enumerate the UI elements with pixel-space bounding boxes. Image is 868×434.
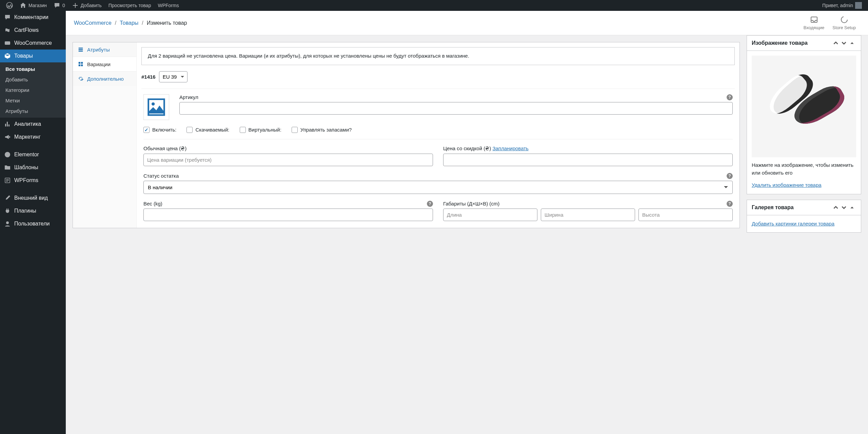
dimensions-label: Габариты (Д×Ш×В) (cm) <box>443 201 733 206</box>
submenu-attributes[interactable]: Атрибуты <box>0 106 66 116</box>
virtual-checkbox[interactable] <box>240 127 246 133</box>
variations-panel: Для 2 вариаций не установлена цена. Вари… <box>137 42 739 228</box>
variation-image-upload[interactable] <box>143 94 169 120</box>
weight-input[interactable] <box>143 209 433 221</box>
tab-advanced[interactable]: Дополнительно <box>73 72 136 86</box>
help-icon[interactable]: ? <box>727 201 733 207</box>
elementor-icon <box>4 151 11 158</box>
help-icon[interactable]: ? <box>727 173 733 179</box>
box-icon <box>4 53 11 59</box>
store-setup-button[interactable]: Store Setup <box>828 16 860 30</box>
menu-cartflows[interactable]: CartFlows <box>0 24 66 37</box>
schedule-link[interactable]: Запланировать <box>492 145 528 151</box>
breadcrumb-products[interactable]: Товары <box>120 20 138 26</box>
site-name: Магазин <box>28 3 47 8</box>
submenu-tags[interactable]: Метки <box>0 95 66 106</box>
move-up-button[interactable] <box>832 39 840 47</box>
virtual-checkbox-label[interactable]: Виртуальный: <box>240 127 281 133</box>
sale-price-input[interactable] <box>443 154 733 166</box>
brush-icon <box>4 195 11 201</box>
manage-stock-checkbox-label[interactable]: Управлять запасами? <box>292 127 352 133</box>
avatar <box>855 2 862 9</box>
manage-stock-checkbox[interactable] <box>292 127 298 133</box>
gallery-title: Галерея товара <box>752 204 832 211</box>
menu-analytics[interactable]: Аналитика <box>0 118 66 131</box>
caret-up-icon <box>850 205 854 210</box>
products-submenu: Все товары Добавить Категории Метки Атри… <box>0 62 66 118</box>
menu-plugins[interactable]: Плагины <box>0 204 66 217</box>
folder-icon <box>4 164 11 171</box>
inbox-button[interactable]: Входящие <box>800 16 829 30</box>
comments-link[interactable]: 0 <box>50 0 68 11</box>
comments-count: 0 <box>62 3 65 8</box>
svg-point-8 <box>152 102 155 105</box>
variation-header[interactable]: #1416 EU 39 <box>141 71 735 82</box>
breadcrumb: WooCommerce / Товары / Изменить товар <box>74 20 187 26</box>
help-icon[interactable]: ? <box>727 94 733 100</box>
add-new-link[interactable]: Добавить <box>68 0 105 11</box>
view-product-link[interactable]: Просмотреть товар <box>105 0 155 11</box>
remove-image-link[interactable]: Удалить изображение товара <box>752 182 822 188</box>
submenu-categories[interactable]: Категории <box>0 85 66 95</box>
breadcrumb-current: Изменить товар <box>147 20 187 26</box>
toggle-button[interactable] <box>848 203 856 212</box>
enable-checkbox[interactable] <box>143 127 150 133</box>
user-greeting[interactable]: Привет, admin <box>819 0 865 11</box>
menu-wpforms[interactable]: WPForms <box>0 174 66 187</box>
comment-icon <box>54 2 60 9</box>
stock-status-label: Статус остатка <box>143 173 733 179</box>
plus-icon <box>72 2 79 9</box>
variation-size-select[interactable]: EU 39 <box>159 71 188 82</box>
help-icon[interactable]: ? <box>427 201 433 207</box>
product-image-thumbnail[interactable] <box>752 56 856 157</box>
product-image-metabox: Изображение товара Нажмите на изображени… <box>747 35 861 194</box>
wordpress-icon <box>6 2 13 9</box>
wp-logo[interactable] <box>3 0 16 11</box>
add-gallery-images-link[interactable]: Добавить картинки галереи товара <box>752 221 834 226</box>
toggle-button[interactable] <box>848 39 856 47</box>
site-name-link[interactable]: Магазин <box>16 0 50 11</box>
right-sidebar: Изображение товара Нажмите на изображени… <box>747 35 861 233</box>
admin-toolbar: Магазин 0 Добавить Просмотреть товар WPF… <box>0 0 868 11</box>
inbox-icon <box>810 16 818 24</box>
menu-products[interactable]: Товары <box>0 50 66 62</box>
wc-header: WooCommerce / Товары / Изменить товар Вх… <box>66 11 868 35</box>
submenu-all-products[interactable]: Все товары <box>0 64 66 74</box>
weight-label: Вес (kg) <box>143 201 433 206</box>
sale-price-label: Цена со скидкой (₴) Запланировать <box>443 145 733 152</box>
menu-templates[interactable]: Шаблоны <box>0 161 66 174</box>
move-up-button[interactable] <box>832 203 840 212</box>
width-input[interactable] <box>541 209 635 221</box>
menu-marketing[interactable]: Маркетинг <box>0 131 66 143</box>
length-input[interactable] <box>443 209 537 221</box>
chevron-down-icon <box>842 41 846 45</box>
home-icon <box>20 2 26 9</box>
enable-checkbox-label[interactable]: Включить: <box>143 127 176 133</box>
sku-input[interactable] <box>179 102 733 115</box>
tab-variations[interactable]: Вариации <box>73 57 136 72</box>
stock-status-select[interactable]: В наличии <box>143 181 733 194</box>
product-data-tabs: Атрибуты Вариации Дополнительно <box>73 42 137 228</box>
woocommerce-icon <box>4 40 11 46</box>
tab-attributes[interactable]: Атрибуты <box>73 42 136 57</box>
height-input[interactable] <box>638 209 733 221</box>
move-down-button[interactable] <box>840 39 848 47</box>
svg-rect-1 <box>5 41 10 45</box>
regular-price-input[interactable] <box>143 154 433 166</box>
grid-icon <box>78 61 84 67</box>
wpforms-link[interactable]: WPForms <box>154 0 182 11</box>
breadcrumb-woocommerce[interactable]: WooCommerce <box>74 20 112 26</box>
chevron-up-icon <box>833 205 838 210</box>
menu-appearance[interactable]: Внешний вид <box>0 192 66 204</box>
product-image-hint: Нажмите на изображение, чтобы изменить и… <box>752 161 856 177</box>
menu-comments[interactable]: Комментарии <box>0 11 66 24</box>
menu-users[interactable]: Пользователи <box>0 217 66 230</box>
downloadable-checkbox-label[interactable]: Скачиваемый: <box>186 127 229 133</box>
submenu-add-new[interactable]: Добавить <box>0 74 66 85</box>
sku-label: Артикул <box>179 94 733 100</box>
menu-elementor[interactable]: Elementor <box>0 148 66 161</box>
product-gallery-metabox: Галерея товара Добавить картинки галереи… <box>747 200 861 233</box>
downloadable-checkbox[interactable] <box>186 127 193 133</box>
move-down-button[interactable] <box>840 203 848 212</box>
menu-woocommerce[interactable]: WooCommerce <box>0 37 66 50</box>
